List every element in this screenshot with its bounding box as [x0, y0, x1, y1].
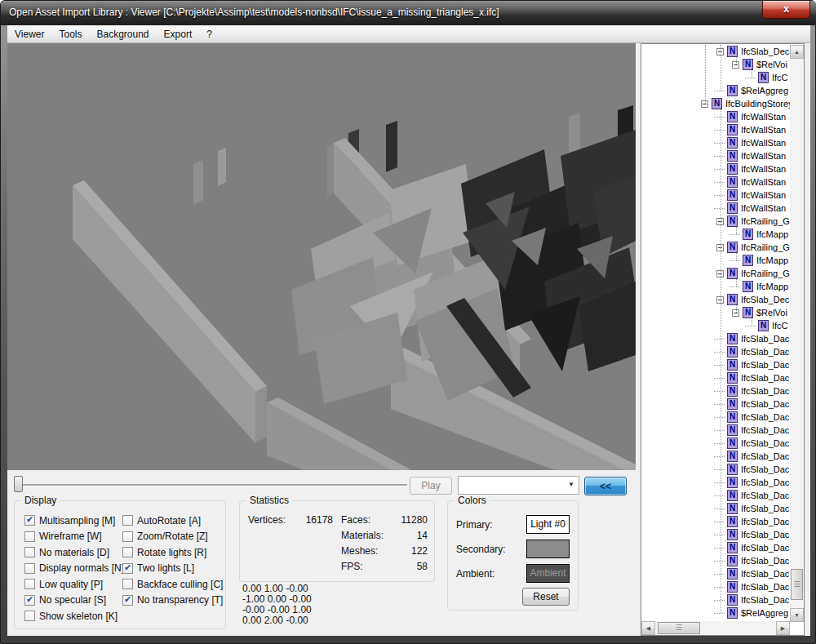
checkbox-two-lights[interactable]: Two lights [L]	[122, 561, 223, 577]
tree-item[interactable]: NIfcSlab_Dac	[641, 489, 790, 502]
vertical-scroll-thumb[interactable]: ☰	[791, 569, 803, 600]
checkbox-box[interactable]	[122, 515, 133, 526]
checkbox-backface-culling[interactable]: Backface culling [C]	[122, 576, 223, 593]
tree-item[interactable]: NIfcSlab_Dec	[641, 45, 790, 58]
tree-item[interactable]: NIfcSlab_Dac	[641, 411, 790, 424]
animation-combobox[interactable]: ▼	[458, 476, 579, 495]
tree-item[interactable]: NIfcSlab_Dac	[641, 580, 790, 593]
tree-item[interactable]: NIfcRailing_G	[641, 267, 790, 280]
checkbox-box[interactable]	[24, 531, 35, 542]
tree-item[interactable]: NIfcMapp	[641, 280, 790, 293]
tree-item[interactable]: NIfcSlab_Dec	[641, 293, 790, 306]
tree-item-label: IfcSlab_Dac	[738, 425, 789, 435]
checkbox-box[interactable]	[122, 595, 133, 606]
node-icon: N	[758, 72, 769, 83]
scroll-right-icon[interactable]: ▶	[776, 621, 790, 635]
play-button[interactable]: Play	[410, 477, 452, 495]
tree-item[interactable]: N$RelAggreg	[641, 84, 790, 97]
checkbox-box[interactable]	[122, 563, 133, 574]
checkbox-no-specular[interactable]: No specular [S]	[24, 593, 124, 609]
tree-horizontal-scrollbar[interactable]: ◀ ☰ ▶	[641, 621, 790, 635]
tree-item[interactable]: NIfcMapp	[641, 228, 790, 241]
tree-item[interactable]: NIfcSlab_Dac	[641, 515, 790, 528]
slider-thumb[interactable]	[14, 476, 23, 492]
tree-vertical-scrollbar[interactable]: ▲ ☰ ▼	[790, 45, 804, 622]
checkbox-box[interactable]	[24, 547, 35, 557]
checkbox-box[interactable]	[122, 547, 133, 557]
tree-item[interactable]: NIfcSlab_Dac	[641, 371, 790, 384]
tree-item[interactable]: NIfcSlab_Dac	[641, 476, 790, 489]
checkbox-low-quality[interactable]: Low quality [P]	[24, 576, 124, 593]
checkbox-box[interactable]	[122, 531, 133, 542]
ambient-color-button[interactable]: Ambient	[526, 564, 570, 583]
tree-item[interactable]: NIfcSlab_Dac	[641, 567, 790, 580]
secondary-color-button[interactable]	[526, 540, 570, 558]
tree-item[interactable]: NIfcWallStan	[641, 189, 790, 202]
tree-item[interactable]: NIfcSlab_Dac	[641, 437, 790, 450]
menu-item-tools[interactable]: Tools	[51, 26, 89, 42]
tree-item[interactable]: NIfcWallStan	[641, 162, 790, 175]
tree-item[interactable]: NIfcSlab_Dac	[641, 332, 790, 345]
tree-item[interactable]: NIfcWallStan	[641, 149, 790, 162]
viewport-3d[interactable]	[7, 43, 636, 470]
tree-item[interactable]: NIfcWallStan	[641, 175, 790, 189]
checkbox-autorotate[interactable]: AutoRotate [A]	[122, 513, 223, 529]
node-icon: N	[727, 516, 738, 527]
timeline-slider[interactable]	[11, 473, 412, 496]
tree-item[interactable]: NIfcWallStan	[641, 123, 790, 136]
scroll-left-icon[interactable]: ◀	[641, 621, 655, 635]
checkbox-no-transparency[interactable]: No transparency [T]	[122, 593, 223, 609]
checkbox-display-normals[interactable]: Display normals [N]	[24, 561, 124, 577]
tree-item[interactable]: NIfcWallStan	[641, 136, 790, 149]
tree-item[interactable]: N$RelVoi	[641, 58, 790, 71]
tree-item[interactable]: NIfcRailing_G	[641, 215, 790, 228]
tree-item[interactable]: NIfcSlab_Dac	[641, 358, 790, 371]
tree-item[interactable]: NIfcBuildingStorey	[641, 97, 790, 110]
checkbox-multisampling[interactable]: Multisampling [M]	[24, 513, 124, 529]
reset-colors-button[interactable]: Reset	[522, 588, 570, 606]
checkbox-box[interactable]	[24, 579, 35, 589]
checkbox-box[interactable]	[122, 579, 133, 589]
tree-item[interactable]: NIfcRailing_G	[641, 241, 790, 254]
scroll-down-icon[interactable]: ▼	[790, 608, 804, 622]
checkbox-box[interactable]	[24, 595, 35, 606]
tree-item[interactable]: NIfcC	[641, 71, 790, 84]
checkbox-box[interactable]	[24, 563, 35, 574]
tree-guide-line	[721, 352, 721, 365]
tree-item[interactable]: NIfcSlab_Dac	[641, 424, 790, 437]
close-button[interactable]: x	[762, 1, 810, 19]
tree-item[interactable]: NIfcSlab_Dac	[641, 502, 790, 515]
checkbox-no-materials[interactable]: No materials [D]	[24, 544, 124, 561]
tree-item[interactable]: NIfcSlab_Dac	[641, 384, 790, 398]
tree-item[interactable]: NIfcSlab_Dac	[641, 528, 790, 541]
scroll-up-icon[interactable]: ▲	[790, 45, 804, 59]
tree-item[interactable]: NIfcSlab_Dac	[641, 463, 790, 476]
collapse-panel-button[interactable]: <<	[584, 477, 627, 495]
checkbox-box[interactable]	[24, 515, 35, 526]
horizontal-scroll-thumb[interactable]: ☰	[658, 622, 700, 634]
checkbox-box[interactable]	[24, 611, 35, 621]
tree-item[interactable]: NIfcSlab_Dac	[641, 554, 790, 567]
tree-item[interactable]: NIfcSlab_Dac	[641, 345, 790, 358]
tree-item[interactable]: NIfcSlab_Dac	[641, 450, 790, 463]
tree-item[interactable]: NIfcWallStan	[641, 202, 790, 215]
tree-item[interactable]: NIfcSlab_Dac	[641, 593, 790, 606]
checkbox-zoom-rotate[interactable]: Zoom/Rotate [Z]	[122, 529, 223, 545]
tree-item[interactable]: NIfcC	[641, 319, 790, 332]
primary-color-button[interactable]: Light #0	[526, 515, 570, 534]
menu-item-viewer[interactable]: Viewer	[7, 26, 51, 42]
tree-item[interactable]: NIfcWallStan	[641, 110, 790, 123]
checkbox-show-skeleton[interactable]: Show skeleton [K]	[24, 608, 124, 624]
title-bar[interactable]: Open Asset Import Library : Viewer [C:\P…	[1, 1, 816, 25]
tree-item[interactable]: N$RelAggreg	[641, 606, 790, 620]
tree-item[interactable]: NIfcMapp	[641, 254, 790, 267]
menu-item-export[interactable]: Export	[157, 26, 200, 42]
menu-item-[interactable]: ?	[199, 26, 220, 42]
checkbox-rotate-lights[interactable]: Rotate lights [R]	[122, 544, 223, 561]
checkbox-wireframe[interactable]: Wireframe [W]	[24, 529, 124, 545]
tree-item[interactable]: NIfcSlab_Dac	[641, 541, 790, 554]
tree-item-label: IfcSlab_Dac	[738, 399, 789, 409]
tree-item[interactable]: NIfcSlab_Dac	[641, 398, 790, 411]
menu-item-background[interactable]: Background	[89, 26, 156, 42]
tree-item[interactable]: N$RelVoi	[641, 306, 790, 319]
